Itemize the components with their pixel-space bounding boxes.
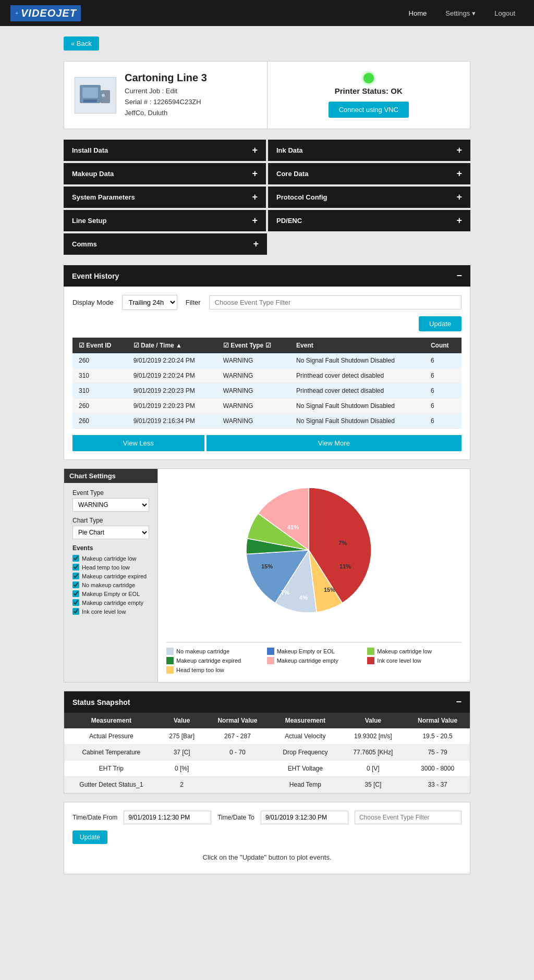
view-btn-row: View Less View More bbox=[72, 435, 462, 451]
accordion-protocol-config[interactable]: Protocol Config + bbox=[268, 187, 470, 208]
plus-icon: + bbox=[252, 215, 258, 226]
checkbox-item: Makeup cartridge expired bbox=[72, 573, 149, 579]
accordion-pd-enc[interactable]: PD/ENC + bbox=[268, 210, 470, 231]
pie-chart: 41% 7% 11% 15% 4% 7% 15% bbox=[230, 477, 397, 634]
svg-text:41%: 41% bbox=[287, 524, 299, 530]
legend-item: Head temp too low bbox=[166, 666, 261, 674]
header-nav: Home Settings ▾ Logout bbox=[400, 5, 524, 21]
checkbox-item: No makeup cartridge bbox=[72, 581, 149, 588]
table-row: EHT Trip0 [%]EHT Voltage0 [V]3000 - 8000 bbox=[64, 761, 470, 777]
logo: ✦ VIDEOJET bbox=[10, 5, 81, 21]
display-mode-select[interactable]: Trailing 24h bbox=[122, 295, 177, 310]
plus-icon: + bbox=[252, 168, 258, 179]
table-row: 3109/01/2019 2:20:24 PMWARNINGPrinthead … bbox=[72, 368, 462, 383]
checkbox-item: Makeup cartridge empty bbox=[72, 599, 149, 606]
device-current-job: Current Job : Edit bbox=[125, 86, 207, 97]
event-checkbox[interactable] bbox=[72, 590, 79, 597]
svg-point-4 bbox=[102, 94, 105, 97]
event-checkbox[interactable] bbox=[72, 581, 79, 588]
event-type-select[interactable]: WARNING bbox=[72, 498, 149, 512]
event-history-header: Event History − bbox=[64, 265, 470, 287]
filter-label: Filter bbox=[186, 299, 201, 306]
svg-rect-3 bbox=[83, 100, 97, 102]
legend-item: Makeup cartridge empty bbox=[267, 657, 361, 664]
event-checkbox[interactable] bbox=[72, 564, 79, 570]
plus-icon: + bbox=[252, 192, 258, 203]
accordion-ink-data[interactable]: Ink Data + bbox=[268, 140, 470, 161]
plus-icon: + bbox=[252, 145, 258, 156]
bottom-event-filter-input[interactable] bbox=[355, 811, 462, 824]
header: ✦ VIDEOJET Home Settings ▾ Logout bbox=[0, 0, 534, 26]
svg-text:11%: 11% bbox=[339, 563, 351, 569]
accordion-row-2: Makeup Data + Core Data + bbox=[64, 163, 470, 184]
home-button[interactable]: Home bbox=[400, 5, 435, 21]
bottom-filter-section: Time/Date From Time/Date To Update Click… bbox=[64, 802, 470, 874]
accordion-comms[interactable]: Comms + bbox=[64, 233, 267, 255]
chart-type-field: Chart Type Pie Chart bbox=[72, 517, 149, 539]
view-less-button[interactable]: View Less bbox=[72, 435, 204, 451]
time-from-input[interactable] bbox=[124, 811, 211, 824]
event-history-section: Event History − Display Mode Trailing 24… bbox=[64, 265, 470, 460]
status-text: Printer Status: OK bbox=[335, 86, 403, 95]
settings-button[interactable]: Settings ▾ bbox=[437, 5, 484, 21]
device-serial: Serial # : 1226594C23ZH bbox=[125, 97, 207, 108]
plus-icon: + bbox=[456, 192, 462, 203]
svg-rect-2 bbox=[101, 90, 110, 103]
event-type-label: Event Type bbox=[72, 489, 149, 497]
table-row: 2609/01/2019 2:16:34 PMWARNINGNo Signal … bbox=[72, 414, 462, 429]
snap-col-m1: Measurement bbox=[64, 713, 159, 728]
accordion-row-3: System Parameters + Protocol Config + bbox=[64, 187, 470, 208]
chart-type-select[interactable]: Pie Chart bbox=[72, 526, 149, 539]
device-location: JeffCo, Duluth bbox=[125, 108, 207, 119]
legend-item: Makeup cartridge expired bbox=[166, 657, 261, 664]
event-type-filter-input[interactable] bbox=[209, 295, 462, 309]
bottom-update-button[interactable]: Update bbox=[72, 830, 107, 844]
event-type-field: Event Type WARNING bbox=[72, 489, 149, 512]
time-to-label: Time/Date To bbox=[217, 814, 254, 821]
printer-icon bbox=[77, 80, 114, 111]
device-status-right: Printer Status: OK Connect using VNC bbox=[268, 61, 470, 129]
collapse-icon[interactable]: − bbox=[456, 270, 462, 281]
chart-note: Click on the "Update" button to plot eve… bbox=[72, 849, 462, 865]
accordion-row-1: Install Data + Ink Data + bbox=[64, 140, 470, 161]
chart-legend: No makeup cartridgeMakeup Empty or EOLMa… bbox=[166, 642, 462, 674]
accordion-makeup-data[interactable]: Makeup Data + bbox=[64, 163, 266, 184]
vnc-button[interactable]: Connect using VNC bbox=[329, 102, 409, 118]
event-checkbox[interactable] bbox=[72, 555, 79, 562]
table-row: 2609/01/2019 2:20:24 PMWARNINGNo Signal … bbox=[72, 353, 462, 368]
logout-button[interactable]: Logout bbox=[486, 5, 524, 21]
back-button[interactable]: « Back bbox=[64, 36, 99, 51]
device-image bbox=[75, 77, 116, 114]
table-row: Actual Pressure275 [Bar]267 - 287Actual … bbox=[64, 728, 470, 745]
legend-item: No makeup cartridge bbox=[166, 648, 261, 655]
snap-col-v1: Value bbox=[159, 713, 205, 728]
snap-col-m2: Measurement bbox=[270, 713, 341, 728]
legend-item: Ink core level low bbox=[367, 657, 462, 664]
checkbox-item: Ink core level low bbox=[72, 608, 149, 615]
time-to-input[interactable] bbox=[261, 811, 348, 824]
svg-text:4%: 4% bbox=[299, 594, 308, 601]
plus-icon: + bbox=[456, 145, 462, 156]
display-mode-label: Display Mode bbox=[72, 299, 114, 306]
view-more-button[interactable]: View More bbox=[207, 435, 462, 451]
snapshot-table: Measurement Value Normal Value Measureme… bbox=[64, 713, 470, 793]
collapse-icon[interactable]: − bbox=[456, 697, 462, 708]
table-row: Gutter Detect Status_12Head Temp35 [C]33… bbox=[64, 777, 470, 793]
plus-icon: + bbox=[456, 215, 462, 226]
event-table: ☑ Event ID ☑ Date / Time ▲ ☑ Event Type … bbox=[72, 338, 462, 429]
col-event-id: ☑ Event ID bbox=[72, 338, 127, 353]
event-checkbox[interactable] bbox=[72, 608, 79, 615]
accordion-core-data[interactable]: Core Data + bbox=[268, 163, 470, 184]
event-checkbox[interactable] bbox=[72, 573, 79, 579]
event-checkbox[interactable] bbox=[72, 599, 79, 606]
accordion-system-params[interactable]: System Parameters + bbox=[64, 187, 266, 208]
events-label: Events bbox=[72, 544, 149, 552]
logo-box: ✦ VIDEOJET bbox=[10, 5, 81, 21]
accordion-line-setup[interactable]: Line Setup + bbox=[64, 210, 266, 231]
svg-text:7%: 7% bbox=[338, 540, 347, 546]
update-button[interactable]: Update bbox=[419, 316, 462, 331]
pie-chart-svg: 41% 7% 11% 15% 4% 7% 15% bbox=[230, 477, 387, 623]
status-snapshot-header: Status Snapshot − bbox=[64, 691, 470, 713]
status-dot bbox=[363, 73, 374, 83]
accordion-install-data[interactable]: Install Data + bbox=[64, 140, 266, 161]
